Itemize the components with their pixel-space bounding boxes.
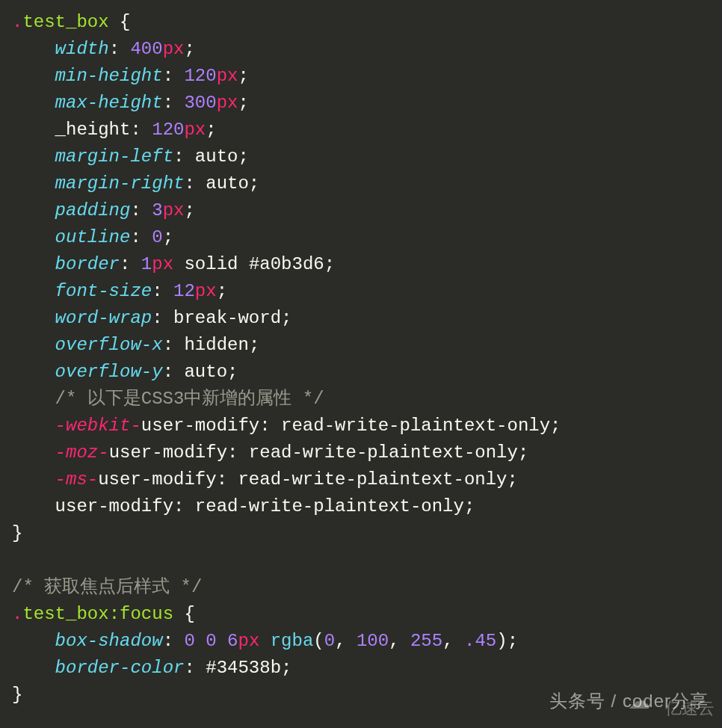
comment: /* 以下是CSS3中新增的属性 */	[55, 389, 324, 409]
prop: margin-right	[55, 173, 185, 194]
watermark-brand: 亿速云	[665, 696, 715, 721]
vendor-prefix: -ms-	[55, 469, 99, 490]
prop: max-height	[55, 93, 163, 113]
selector-name: test_box	[22, 604, 108, 624]
vendor-prefix: -webkit-	[55, 416, 141, 436]
prop: width	[55, 39, 109, 59]
brace-close: }	[12, 685, 22, 705]
selector-pseudo: :focus	[109, 604, 173, 624]
prop: word-wrap	[55, 308, 152, 328]
cloud-icon: ☁	[628, 684, 650, 718]
prop: outline	[55, 227, 131, 247]
prop: font-size	[55, 281, 152, 301]
prop: _height	[55, 120, 131, 140]
selector-dot: .	[12, 604, 22, 624]
comment: /* 获取焦点后样式 */	[12, 577, 202, 597]
prop: overflow-x	[55, 335, 163, 355]
value-number: 400	[130, 39, 162, 59]
selector-name: test_box	[22, 12, 108, 32]
vendor-prefix: -moz-	[55, 442, 109, 463]
prop: margin-left	[55, 146, 173, 167]
brace-close: }	[12, 523, 22, 543]
prop: padding	[55, 200, 131, 220]
prop: min-height	[55, 66, 163, 86]
selector-dot: .	[12, 12, 22, 32]
value-unit: px	[163, 39, 185, 59]
prop: overflow-y	[55, 362, 163, 382]
prop: border	[55, 254, 120, 274]
prop: border-color	[55, 658, 185, 678]
brace-open: {	[109, 12, 131, 32]
prop: box-shadow	[55, 631, 163, 651]
code-block: .test_box { width: 400px; min-height: 12…	[0, 0, 722, 718]
